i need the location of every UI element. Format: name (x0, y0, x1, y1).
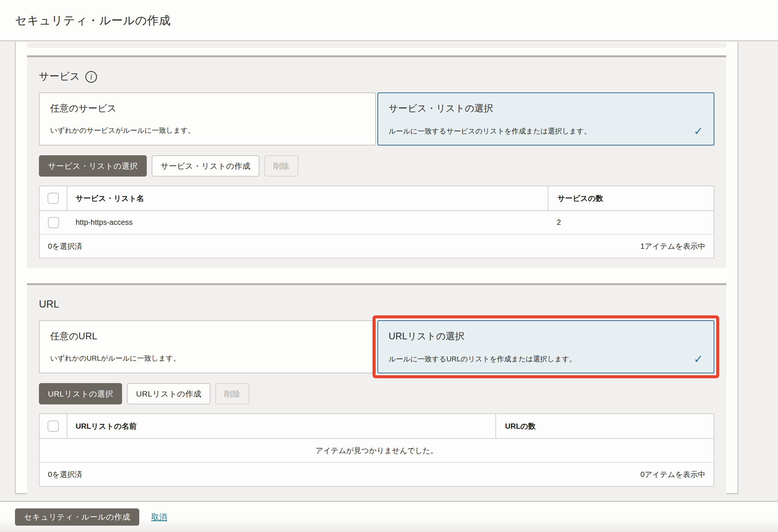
create-security-rule-button[interactable]: セキュリティ・ルールの作成 (15, 508, 139, 526)
page-header: セキュリティ・ルールの作成 (0, 0, 778, 41)
showing-count-label: 1アイテムを表示中 (641, 241, 705, 251)
service-table-footer: 0を選択済 1アイテムを表示中 (40, 235, 714, 258)
info-icon[interactable]: i (85, 71, 97, 83)
service-section-title: サービス (39, 70, 80, 83)
service-list-table: サービス・リスト名 サービスの数 http-https-access 2 0を選… (39, 186, 714, 259)
cancel-link[interactable]: 取消 (151, 512, 167, 522)
service-count-cell: 2 (548, 211, 714, 234)
url-section-title: URL (39, 299, 59, 310)
select-service-list-button[interactable]: サービス・リストの選択 (39, 155, 147, 177)
option-card-select-url-list[interactable]: URLリストの選択 ルールに一致するURLのリストを作成または選択します。 ✓ (377, 320, 714, 373)
service-table-header: サービス・リスト名 サービスの数 (40, 186, 714, 211)
service-list-toolbar: サービス・リストの選択 サービス・リストの作成 削除 (39, 155, 714, 177)
option-card-title: サービス・リストの選択 (389, 102, 703, 114)
delete-service-list-button: 削除 (264, 155, 298, 177)
service-list-name-cell: http-https-access (67, 211, 548, 234)
create-url-list-button[interactable]: URLリストの作成 (127, 383, 210, 404)
create-service-list-button[interactable]: サービス・リストの作成 (152, 155, 259, 177)
option-card-description: ルールに一致するURLのリストを作成または選択します。 (389, 354, 576, 364)
url-section: URL 任意のURL いずれかのURLがルールに一致します。 URLリストの選択… (27, 283, 726, 496)
select-all-checkbox[interactable] (48, 193, 59, 204)
selected-count-label: 0を選択済 (48, 470, 82, 480)
selected-check-icon: ✓ (694, 354, 703, 365)
url-count-header: URLの数 (495, 414, 714, 438)
option-card-title: URLリストの選択 (389, 330, 703, 342)
previous-section-edge (27, 43, 726, 48)
option-card-select-service-list[interactable]: サービス・リストの選択 ルールに一致するサービスのリストを作成または選択します。… (377, 92, 714, 146)
main-panel: サービス i 任意のサービス いずれかのサービスがルールに一致します。 サービス… (15, 42, 738, 494)
url-list-toolbar: URLリストの選択 URLリストの作成 削除 (39, 383, 714, 404)
service-option-cards: 任意のサービス いずれかのサービスがルールに一致します。 サービス・リストの選択… (39, 92, 714, 146)
option-card-description: いずれかのサービスがルールに一致します。 (50, 126, 195, 135)
option-card-title: 任意のURL (50, 330, 365, 342)
action-footer: セキュリティ・ルールの作成 取消 (0, 501, 778, 532)
url-table-footer: 0を選択済 0アイテムを表示中 (40, 463, 714, 486)
selected-count-label: 0を選択済 (48, 241, 82, 251)
option-card-title: 任意のサービス (50, 102, 365, 114)
select-all-checkbox[interactable] (48, 421, 59, 432)
option-card-description: ルールに一致するサービスのリストを作成または選択します。 (389, 126, 591, 136)
selected-check-icon: ✓ (694, 126, 703, 137)
service-list-name-header: サービス・リスト名 (67, 186, 548, 210)
option-card-any-service[interactable]: 任意のサービス いずれかのサービスがルールに一致します。 (39, 92, 376, 146)
url-list-name-header: URLリストの名前 (67, 414, 495, 438)
url-list-table: URLリストの名前 URLの数 アイテムが見つかりませんでした。 0を選択済 0… (39, 413, 714, 487)
url-option-cards: 任意のURL いずれかのURLがルールに一致します。 URLリストの選択 ルール… (39, 320, 714, 373)
service-count-header: サービスの数 (548, 186, 714, 210)
row-checkbox[interactable] (48, 217, 59, 228)
option-card-any-url[interactable]: 任意のURL いずれかのURLがルールに一致します。 (39, 320, 376, 373)
table-row[interactable]: http-https-access 2 (40, 211, 714, 235)
select-url-list-button[interactable]: URLリストの選択 (39, 383, 122, 404)
option-card-description: いずれかのURLがルールに一致します。 (50, 354, 180, 363)
showing-count-label: 0アイテムを表示中 (641, 470, 705, 480)
red-highlight-annotation (373, 315, 719, 378)
page-title: セキュリティ・ルールの作成 (0, 0, 778, 28)
service-section: サービス i 任意のサービス いずれかのサービスがルールに一致します。 サービス… (27, 55, 726, 268)
delete-url-list-button: 削除 (215, 383, 249, 404)
empty-state-message: アイテムが見つかりませんでした。 (40, 439, 714, 463)
url-table-header: URLリストの名前 URLの数 (40, 414, 714, 439)
